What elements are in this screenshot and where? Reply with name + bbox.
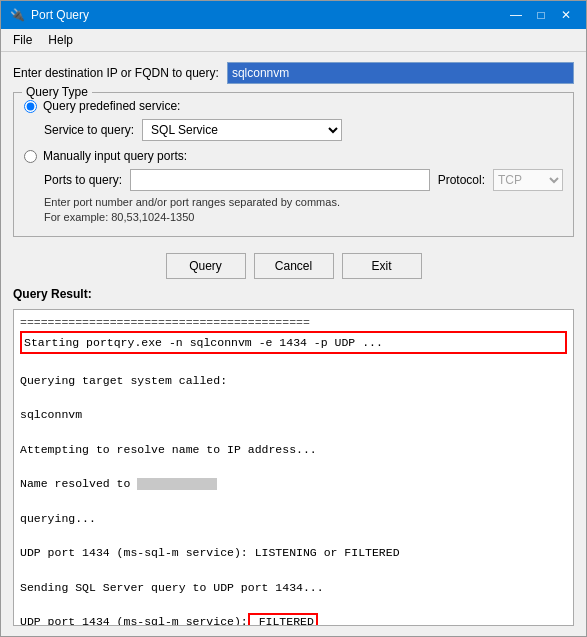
result-line12: [20, 527, 567, 544]
result-separator: ========================================…: [20, 314, 567, 331]
manual-radio[interactable]: [24, 150, 37, 163]
result-line7: Attempting to resolve name to IP address…: [20, 441, 567, 458]
protocol-label: Protocol:: [438, 173, 485, 187]
button-row: Query Cancel Exit: [13, 253, 574, 279]
result-line11: querying...: [20, 510, 567, 527]
cancel-button[interactable]: Cancel: [254, 253, 334, 279]
ports-input[interactable]: [130, 169, 430, 191]
destination-label: Enter destination IP or FQDN to query:: [13, 66, 219, 80]
result-line14: [20, 561, 567, 578]
menu-file[interactable]: File: [5, 31, 40, 49]
destination-input[interactable]: [227, 62, 574, 84]
result-line9: Name resolved to: [20, 475, 567, 492]
result-line8: [20, 458, 567, 475]
main-window: 🔌 Port Query — □ ✕ File Help Enter desti…: [0, 0, 587, 637]
result-box[interactable]: ========================================…: [13, 309, 574, 626]
maximize-button[interactable]: □: [529, 5, 553, 25]
result-line6: [20, 423, 567, 440]
destination-row: Enter destination IP or FQDN to query:: [13, 62, 574, 84]
result-line17: UDP port 1434 (ms-sql-m service): FILTER…: [20, 613, 567, 626]
query-type-group: Query Type Query predefined service: Ser…: [13, 92, 574, 237]
query-type-legend: Query Type: [22, 85, 92, 99]
ports-label: Ports to query:: [44, 173, 122, 187]
result-line13: UDP port 1434 (ms-sql-m service): LISTEN…: [20, 544, 567, 561]
title-bar: 🔌 Port Query — □ ✕: [1, 1, 586, 29]
service-row: Service to query: SQL ServiceDNSHTTPHTTP…: [44, 119, 563, 141]
result-line15: Sending SQL Server query to UDP port 143…: [20, 579, 567, 596]
result-line2: [20, 354, 567, 371]
minimize-button[interactable]: —: [504, 5, 528, 25]
query-button[interactable]: Query: [166, 253, 246, 279]
manual-label: Manually input query ports:: [43, 149, 187, 163]
app-icon: 🔌: [9, 7, 25, 23]
close-button[interactable]: ✕: [554, 5, 578, 25]
result-line3: Querying target system called:: [20, 372, 567, 389]
exit-button[interactable]: Exit: [342, 253, 422, 279]
content-area: Enter destination IP or FQDN to query: Q…: [1, 52, 586, 636]
predefined-label: Query predefined service:: [43, 99, 180, 113]
hint-line2: For example: 80,53,1024-1350: [44, 211, 194, 223]
result-line4: [20, 389, 567, 406]
title-bar-buttons: — □ ✕: [504, 5, 578, 25]
protocol-select[interactable]: TCPUDPBOTH: [493, 169, 563, 191]
predefined-radio[interactable]: [24, 100, 37, 113]
manual-radio-row: Manually input query ports:: [24, 149, 563, 163]
ip-blurred: [137, 478, 217, 490]
service-label: Service to query:: [44, 123, 134, 137]
menu-bar: File Help: [1, 29, 586, 52]
service-select[interactable]: SQL ServiceDNSHTTPHTTPSFTPSMTPIMAP: [142, 119, 342, 141]
predefined-radio-row: Query predefined service:: [24, 99, 563, 113]
title-bar-left: 🔌 Port Query: [9, 7, 89, 23]
window-title: Port Query: [31, 8, 89, 22]
result-line1: Starting portqry.exe -n sqlconnvm -e 143…: [20, 331, 567, 354]
result-line10: [20, 492, 567, 509]
query-result-label: Query Result:: [13, 287, 574, 301]
result-line5: sqlconnvm: [20, 406, 567, 423]
ports-row: Ports to query: Protocol: TCPUDPBOTH: [44, 169, 563, 191]
filtered-highlight: FILTERED: [248, 613, 318, 626]
hint-text: Enter port number and/or port ranges sep…: [44, 195, 563, 226]
hint-line1: Enter port number and/or port ranges sep…: [44, 196, 340, 208]
result-line16: [20, 596, 567, 613]
menu-help[interactable]: Help: [40, 31, 81, 49]
